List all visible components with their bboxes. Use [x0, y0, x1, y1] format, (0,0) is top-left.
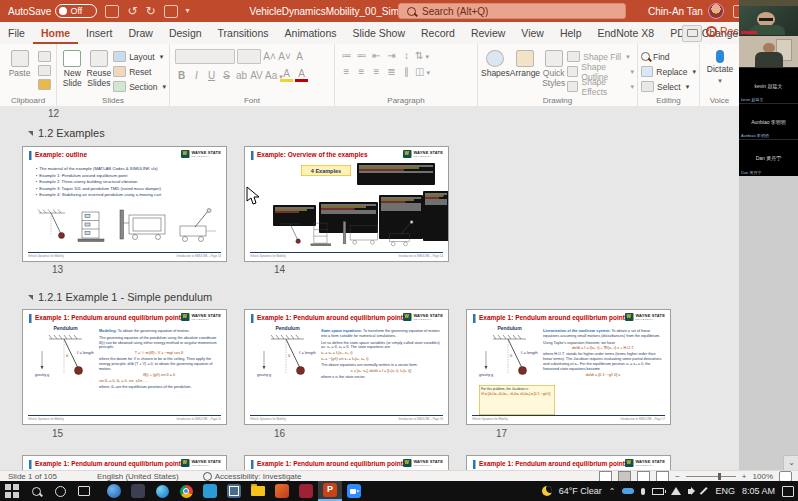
shape-effects-button[interactable]: Shape Effects	[567, 80, 634, 93]
reset-button[interactable]: Reset	[113, 65, 166, 78]
format-painter-icon[interactable]	[38, 79, 51, 90]
slide-thumbnail-15[interactable]: Example 1: Pendulum around equilibrium p…	[22, 309, 227, 425]
participant-tile-5[interactable]: Dan 黄丹宁 Dan 黄丹宁	[739, 140, 798, 176]
increase-font-icon[interactable]: A˄	[263, 51, 276, 62]
tab-help[interactable]: Help	[552, 22, 590, 44]
section-collapse-icon[interactable]	[28, 131, 33, 136]
slide-thumbnail-13[interactable]: Example: outline WAYNE STATEUNIVERSITY T…	[22, 146, 227, 262]
align-right-icon[interactable]: ≡	[370, 66, 383, 77]
user-name[interactable]: Chin-An Tan	[648, 6, 703, 17]
qat-customize-icon[interactable]: ▾	[186, 6, 190, 16]
replace-button[interactable]: Replace	[641, 65, 696, 78]
taskbar-matlab[interactable]	[270, 481, 294, 501]
tab-record[interactable]: Record	[413, 22, 463, 44]
taskbar-app-3[interactable]	[198, 481, 222, 501]
increase-indent-icon[interactable]: ⇥	[385, 50, 398, 61]
participant-tile-4[interactable]: Aunbiao 李明明 Aunbiao 李明明	[739, 104, 798, 140]
cut-icon[interactable]	[38, 51, 51, 62]
zoom-in-button[interactable]: +	[742, 472, 747, 481]
select-button[interactable]: Select	[641, 80, 696, 93]
video-call-panel[interactable]: kevin 赵廷文 kevin 赵廷文 Aunbiao 李明明 Aunbiao …	[739, 0, 798, 176]
taskbar-file-explorer[interactable]	[246, 481, 270, 501]
start-slideshow-icon[interactable]	[164, 5, 178, 18]
cortana-button[interactable]	[48, 481, 72, 501]
reuse-slides-button[interactable]: Reuse Slides	[87, 48, 112, 93]
tab-animations[interactable]: Animations	[277, 22, 345, 44]
tab-home[interactable]: Home	[33, 22, 78, 44]
tray-expand-icon[interactable]: ⌃	[609, 487, 616, 496]
taskbar-app-1[interactable]	[102, 481, 126, 501]
start-button[interactable]	[0, 481, 24, 501]
zoom-slider[interactable]	[686, 476, 736, 477]
font-name-combobox[interactable]	[175, 49, 235, 64]
wifi-icon[interactable]	[671, 487, 681, 495]
zoom-out-button[interactable]: −	[675, 472, 680, 481]
slide-thumbnail-14[interactable]: Example: Overview of the examples WAYNE …	[244, 146, 449, 262]
columns-icon[interactable]: ∥	[400, 66, 413, 77]
weather-text[interactable]: 64°F Clear	[559, 486, 602, 496]
new-slide-button[interactable]: New Slide	[60, 48, 85, 93]
paste-button[interactable]: Paste	[3, 48, 36, 93]
microphone-tray-icon[interactable]	[641, 488, 645, 495]
taskbar-powerpoint-active[interactable]	[318, 481, 342, 501]
tab-file[interactable]: File	[0, 22, 33, 44]
smartart-convert-icon[interactable]: ◫	[415, 66, 428, 77]
weather-moon-icon[interactable]	[542, 486, 552, 496]
bullets-icon[interactable]: ≔	[340, 50, 353, 61]
zoom-level[interactable]: 100%	[753, 472, 773, 481]
tab-design[interactable]: Design	[161, 22, 210, 44]
tab-draw[interactable]: Draw	[120, 22, 161, 44]
tab-review[interactable]: Review	[463, 22, 513, 44]
participant-tile-3[interactable]: kevin 赵廷文 kevin 赵廷文	[739, 68, 798, 104]
zoom-slider-knob[interactable]	[718, 473, 721, 480]
numbering-icon[interactable]: ≕	[355, 50, 368, 61]
arrange-button[interactable]: Arrange	[510, 48, 540, 93]
taskbar-acrobat[interactable]	[294, 481, 318, 501]
dictate-button[interactable]: Dictate ▾	[703, 48, 737, 85]
copy-icon[interactable]	[38, 65, 51, 76]
slide-thumbnail-18[interactable]: Example 1: Pendulum around equilibrium p…	[22, 455, 227, 470]
decrease-font-icon[interactable]: A˅	[278, 51, 291, 62]
tab-slide-show[interactable]: Slide Show	[345, 22, 414, 44]
participant-video-2[interactable]	[739, 36, 798, 68]
task-view-button[interactable]	[72, 481, 96, 501]
italic-button[interactable]: I	[190, 70, 203, 81]
avatar[interactable]	[708, 3, 724, 19]
slide-thumbnail-20[interactable]: Example 1: Pendulum around equilibrium p…	[466, 455, 671, 470]
tab-view[interactable]: View	[513, 22, 552, 44]
taskbar-zoom[interactable]	[342, 481, 366, 501]
save-icon[interactable]	[105, 5, 119, 18]
onedrive-icon[interactable]	[622, 488, 634, 494]
decrease-indent-icon[interactable]: ⇤	[370, 50, 383, 61]
autosave-toggle[interactable]: AutoSave Off	[8, 4, 97, 18]
clock[interactable]: 8:05 AM	[742, 486, 775, 496]
justify-icon[interactable]: ≣	[385, 66, 398, 77]
dictate-dropdown-icon[interactable]: ▾	[718, 77, 722, 85]
font-size-combobox[interactable]	[237, 49, 261, 64]
speaker-icon[interactable]	[688, 489, 692, 494]
text-direction-icon[interactable]: ⇅	[415, 50, 428, 61]
tab-endnote[interactable]: EndNote X8	[590, 22, 663, 44]
find-button[interactable]: Find	[641, 50, 696, 63]
taskbar-app-2[interactable]	[126, 481, 150, 501]
battery-icon[interactable]	[652, 488, 664, 495]
slide-thumbnail-17[interactable]: Example 1: Pendulum around equilibrium p…	[466, 309, 671, 425]
highlight-color-button[interactable]: A	[280, 68, 293, 82]
slide-thumbnail-16[interactable]: Example 1: Pendulum around equilibrium p…	[244, 309, 449, 425]
taskbar-edge[interactable]	[150, 481, 174, 501]
align-left-icon[interactable]: ≡	[340, 66, 353, 77]
align-center-icon[interactable]: ≡	[355, 66, 368, 77]
keyboard-language[interactable]: ENG	[715, 486, 735, 496]
search-box[interactable]: Search (Alt+Q)	[398, 3, 626, 19]
language-indicator[interactable]: English (United States)	[97, 472, 179, 481]
section-collapse-icon[interactable]	[28, 295, 33, 300]
section-header-example1[interactable]: 1.2.1 Example 1 - Simple pendulum	[28, 291, 212, 303]
section-header-examples[interactable]: 1.2 Examples	[28, 127, 105, 139]
shapes-button[interactable]: Shapes	[481, 48, 510, 93]
tab-transitions[interactable]: Transitions	[210, 22, 277, 44]
change-case-button[interactable]: Aa	[265, 70, 278, 81]
bold-button[interactable]: B	[175, 70, 188, 81]
layout-button[interactable]: Layout	[113, 50, 166, 63]
undo-icon[interactable]: ↺	[127, 6, 137, 16]
strikethrough-button[interactable]: S	[220, 70, 233, 81]
